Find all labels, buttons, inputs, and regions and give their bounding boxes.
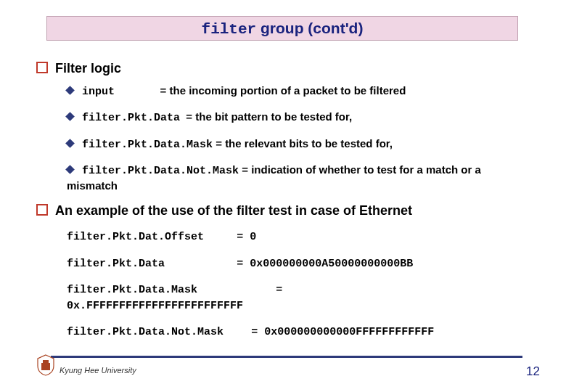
item-term: filter.Pkt.Data.Mask — [82, 139, 213, 151]
example-row: filter.Pkt.Data.Mask = 0x.FFFFFFFFFFFFFF… — [67, 282, 530, 314]
university-name: Kyung Hee University — [60, 366, 136, 375]
example-key: filter.Pkt.Data.Mask — [67, 283, 234, 298]
example-row: filter.Pkt.Data.Not.Mask = 0x00000000000… — [67, 324, 530, 340]
title-rest: group (cont'd) — [256, 20, 363, 36]
item-term: filter.Pkt.Data.Not.Mask — [82, 165, 239, 177]
example-key: filter.Pkt.Data — [67, 257, 234, 271]
page-number: 12 — [526, 364, 540, 379]
diamond-bullet-icon — [65, 139, 75, 148]
item-desc: = the incoming portion of a packet to be… — [157, 84, 406, 97]
example-row: filter.Pkt.Data = 0x000000000A5000000000… — [67, 256, 530, 271]
item-term: input — [82, 86, 115, 98]
list-item: filter.Pkt.Data.Mask = the relevant bits… — [67, 136, 530, 152]
list-item: input = the incoming portion of a packet… — [67, 83, 530, 99]
diamond-bullet-icon — [65, 165, 75, 174]
example-block: filter.Pkt.Dat.Offset = 0 filter.Pkt.Dat… — [67, 229, 530, 340]
square-bullet-icon — [36, 62, 48, 73]
svg-rect-1 — [43, 360, 49, 364]
section-2-text: An example of the use of the filter test… — [55, 203, 412, 218]
section-1-text: Filter logic — [55, 61, 121, 75]
example-val: = 0x000000000A50000000000BB — [237, 258, 413, 270]
section-heading-1: Filter logic — [36, 61, 530, 76]
slide-title: filter group (cont'd) — [46, 16, 518, 41]
example-eq: = — [276, 284, 282, 296]
example-val: 0x.FFFFFFFFFFFFFFFFFFFFFFFF — [67, 300, 243, 312]
example-key: filter.Pkt.Dat.Offset — [67, 230, 234, 245]
list-item: filter.Pkt.Data = the bit pattern to be … — [67, 110, 530, 126]
content-area: Filter logic input = the incoming portio… — [36, 58, 530, 351]
item-term: filter.Pkt.Data — [82, 112, 180, 124]
square-bullet-icon — [36, 204, 48, 216]
slide: filter group (cont'd) Filter logic input… — [0, 0, 566, 392]
example-val: = 0 — [237, 231, 256, 243]
example-val: = 0x000000000000FFFFFFFFFFFF — [251, 326, 434, 338]
svg-rect-0 — [41, 363, 50, 370]
diamond-bullet-icon — [65, 112, 75, 121]
example-key: filter.Pkt.Data.Not.Mask — [67, 325, 248, 340]
footer-divider — [51, 356, 522, 358]
list-item: filter.Pkt.Data.Not.Mask = indication of… — [67, 163, 530, 194]
university-crest-icon — [36, 354, 55, 376]
title-mono: filter — [202, 21, 257, 38]
example-row: filter.Pkt.Dat.Offset = 0 — [67, 229, 530, 245]
item-desc: = the relevant bits to be tested for, — [213, 137, 393, 150]
diamond-bullet-icon — [65, 86, 75, 95]
section-heading-2: An example of the use of the filter test… — [36, 203, 530, 219]
item-desc: = the bit pattern to be tested for, — [183, 110, 352, 123]
